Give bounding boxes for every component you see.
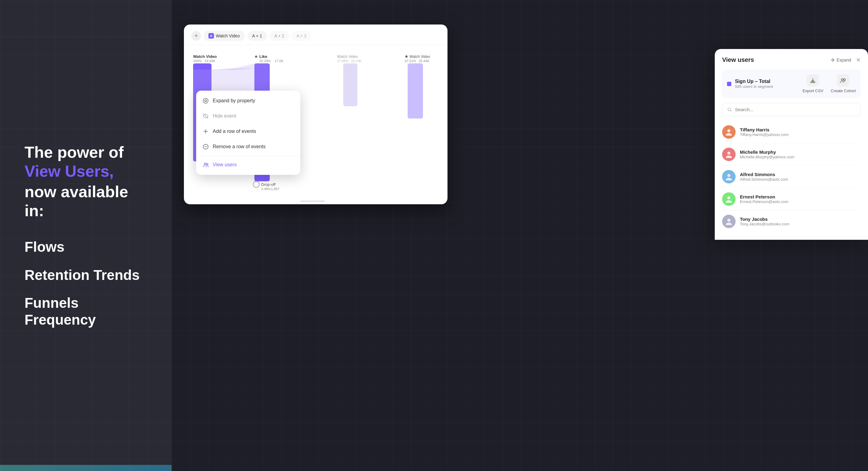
add-button[interactable]: +	[191, 31, 201, 41]
user-email-0: Tiffany.Harris@yahoox.com	[740, 132, 861, 137]
segment-name: Sign Up – Total	[735, 79, 799, 84]
avatar-3	[722, 192, 736, 206]
menu-expand-property[interactable]: Expand by property	[196, 93, 300, 108]
svg-text:Watch Video: Watch Video	[337, 55, 358, 59]
svg-text:17.6K: 17.6K	[275, 59, 283, 63]
expand-icon	[830, 58, 835, 63]
svg-rect-34	[300, 201, 325, 202]
user-name-1: Michelle Murphy	[740, 149, 861, 155]
tab-a1[interactable]: A + 1	[247, 31, 267, 41]
user-email-2: Alfred.Simmons@aolx.com	[740, 177, 861, 181]
segment-buttons: Export CSV Create Cohort	[802, 74, 856, 93]
svg-rect-25	[343, 63, 358, 106]
create-cohort-icon	[837, 74, 849, 87]
svg-text:37.51%: 37.51%	[405, 59, 416, 63]
menu-view-users[interactable]: View users	[196, 157, 300, 172]
right-panel: + A Watch Video A + 1 A + 2 A + 3	[172, 0, 868, 471]
user-item[interactable]: Tony Jacobs Tony.Jacobs@outlookx.com	[722, 210, 861, 232]
view-users-label: View users	[213, 162, 237, 168]
svg-point-51	[727, 196, 731, 199]
avatar-0	[722, 125, 736, 139]
export-csv-label: Export CSV	[802, 89, 823, 93]
user-info-2: Alfred Simmons Alfred.Simmons@aolx.com	[740, 172, 861, 181]
user-info-0: Tiffany Harris Tiffany.Harris@yahoox.com	[740, 127, 861, 137]
user-info-3: Ernest Peterson Ernest.Peterson@aolx.com	[740, 194, 861, 204]
svg-text:15.19K: 15.19K	[351, 59, 362, 63]
svg-text:100%: 100%	[193, 59, 202, 63]
create-cohort-button[interactable]: Create Cohort	[831, 74, 856, 93]
expand-label: Expand	[837, 58, 851, 63]
user-item[interactable]: Tiffany Harris Tiffany.Harris@yahoox.com	[722, 121, 861, 143]
context-menu: Expand by property Hide event Add a row …	[196, 91, 300, 175]
avatar-4	[722, 215, 736, 228]
svg-point-21	[253, 181, 259, 188]
tab-a3[interactable]: A + 3	[291, 31, 311, 41]
create-cohort-label: Create Cohort	[831, 89, 856, 93]
highlight-text: View Users,	[25, 162, 114, 180]
add-row-label: Add a row of events	[213, 129, 256, 134]
left-panel: The power of View Users, now available i…	[0, 0, 172, 471]
tab-a2[interactable]: A + 2	[270, 31, 289, 41]
svg-text:Drop-off: Drop-off	[261, 182, 276, 187]
avatar-2	[722, 170, 736, 183]
expand-property-label: Expand by property	[213, 98, 255, 103]
hide-icon	[202, 113, 209, 120]
left-content: The power of View Users, now available i…	[25, 143, 147, 328]
user-name-4: Tony Jacobs	[740, 216, 861, 222]
user-item[interactable]: Ernest Peterson Ernest.Peterson@aolx.com	[722, 188, 861, 210]
svg-rect-44	[811, 82, 815, 83]
menu-remove-row[interactable]: Remove a row of events	[196, 139, 300, 154]
svg-text:3.48%: 3.48%	[261, 187, 271, 191]
svg-text:54.49K: 54.49K	[205, 59, 216, 63]
segment-details: Sign Up – Total 585 users in segment	[735, 79, 799, 89]
svg-rect-26	[408, 63, 423, 119]
svg-point-36	[205, 100, 207, 102]
svg-text:★: ★	[405, 54, 408, 59]
search-input[interactable]	[735, 107, 856, 112]
svg-text:1,897: 1,897	[271, 187, 280, 191]
svg-text:Watch Video: Watch Video	[409, 55, 430, 59]
expand-button[interactable]: Expand	[830, 58, 851, 63]
avatar-1	[722, 147, 736, 161]
user-name-0: Tiffany Harris	[740, 127, 861, 132]
feature-funnels: Funnels Frequency	[25, 295, 147, 328]
bottom-bar	[0, 465, 172, 471]
svg-text:27.88%: 27.88%	[337, 59, 349, 63]
user-email-1: Michelle.Murphy@yahoox.com	[740, 155, 861, 159]
user-item[interactable]: Alfred Simmons Alfred.Simmons@aolx.com	[722, 166, 861, 188]
tab-watch-video[interactable]: A Watch Video	[204, 31, 245, 41]
tab-label-3: A + 3	[297, 33, 306, 38]
user-name-2: Alfred Simmons	[740, 172, 861, 177]
panel-actions: Expand ✕	[830, 57, 861, 63]
segment-dot	[727, 82, 731, 86]
now-available-text: now available in:	[25, 182, 147, 221]
svg-point-52	[727, 218, 731, 222]
user-email-3: Ernest.Peterson@aolx.com	[740, 199, 861, 204]
menu-divider	[196, 156, 300, 156]
feature-retention: Retention Trends	[25, 267, 147, 283]
export-csv-button[interactable]: Export CSV	[802, 74, 823, 93]
user-name-3: Ernest Peterson	[740, 194, 861, 199]
close-button[interactable]: ✕	[856, 57, 861, 63]
hide-event-label: Hide event	[213, 113, 236, 119]
remove-row-icon	[202, 143, 209, 150]
remove-row-label: Remove a row of events	[213, 144, 266, 149]
tab-label-0: Watch Video	[216, 33, 240, 38]
svg-point-45	[841, 79, 843, 80]
svg-point-43	[207, 164, 208, 165]
menu-add-row[interactable]: Add a row of events	[196, 124, 300, 139]
segment-count: 585 users in segment	[735, 84, 799, 89]
segment-info: Sign Up – Total 585 users in segment Exp…	[722, 69, 861, 98]
svg-point-50	[727, 174, 731, 177]
search-icon	[727, 107, 732, 112]
svg-point-42	[204, 163, 206, 165]
svg-text:Watch Video: Watch Video	[193, 54, 217, 59]
user-email-4: Tony.Jacobs@outlookx.com	[740, 222, 861, 226]
export-csv-icon	[807, 74, 819, 87]
panel-title: View users	[722, 56, 754, 63]
svg-point-48	[727, 129, 731, 132]
menu-hide-event[interactable]: Hide event	[196, 108, 300, 124]
user-item[interactable]: Michelle Murphy Michelle.Murphy@yahoox.c…	[722, 143, 861, 166]
power-text: The power of View Users,	[25, 143, 147, 181]
view-users-panel: View users Expand ✕ Sign Up – Total 585 …	[715, 49, 868, 240]
